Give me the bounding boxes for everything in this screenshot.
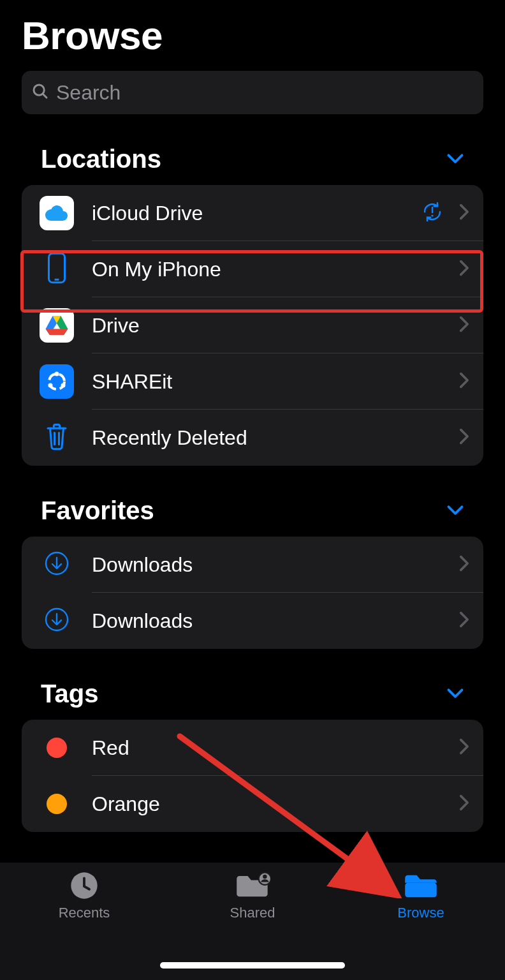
iphone-icon [46, 252, 68, 286]
chevron-right-icon [459, 794, 469, 813]
folder-icon [403, 870, 439, 901]
sync-status-icon [421, 200, 444, 226]
tags-group: Red Orange [22, 720, 483, 832]
search-placeholder: Search [56, 81, 121, 105]
location-shareit[interactable]: SHAREit [22, 353, 483, 410]
chevron-right-icon [459, 260, 469, 279]
locations-header[interactable]: Locations [22, 114, 483, 185]
download-icon [44, 607, 70, 635]
svg-point-13 [61, 383, 66, 388]
page-title: Browse [22, 13, 483, 58]
google-drive-icon [40, 308, 74, 343]
location-on-my-iphone[interactable]: On My iPhone [22, 241, 483, 297]
home-indicator[interactable] [160, 962, 345, 969]
favorites-title: Favorites [41, 496, 154, 525]
svg-line-1 [43, 94, 47, 98]
favorite-label: Downloads [74, 553, 459, 577]
shareit-icon [40, 364, 74, 399]
chevron-right-icon [459, 611, 469, 630]
chevron-down-icon [446, 151, 464, 168]
search-icon [31, 82, 50, 103]
favorites-group: Downloads Downloads [22, 537, 483, 649]
favorite-downloads-2[interactable]: Downloads [22, 593, 483, 649]
tags-header[interactable]: Tags [22, 649, 483, 720]
chevron-right-icon [459, 555, 469, 574]
svg-point-14 [48, 383, 53, 388]
chevron-right-icon [459, 316, 469, 335]
svg-point-3 [431, 214, 433, 216]
location-recently-deleted[interactable]: Recently Deleted [22, 410, 483, 466]
tag-color-icon [47, 738, 67, 758]
tab-browse[interactable]: Browse [357, 870, 485, 980]
svg-point-24 [259, 873, 270, 885]
tags-title: Tags [41, 679, 98, 708]
tag-red[interactable]: Red [22, 720, 483, 776]
download-icon [44, 551, 70, 579]
chevron-right-icon [459, 738, 469, 757]
location-label: iCloud Drive [74, 202, 421, 225]
location-drive[interactable]: Drive [22, 297, 483, 353]
chevron-right-icon [459, 372, 469, 391]
location-label: On My iPhone [74, 258, 459, 281]
chevron-right-icon [459, 428, 469, 447]
favorite-label: Downloads [74, 609, 459, 633]
locations-group: iCloud Drive On My iPhone [22, 185, 483, 466]
favorite-downloads-1[interactable]: Downloads [22, 537, 483, 593]
tab-label: Shared [230, 905, 275, 921]
location-label: Drive [74, 314, 459, 338]
tab-label: Recents [59, 905, 110, 921]
tag-color-icon [47, 794, 67, 814]
tag-label: Red [74, 736, 459, 760]
tag-label: Orange [74, 792, 459, 816]
trash-icon [45, 422, 69, 453]
clock-icon [66, 870, 102, 901]
chevron-down-icon [446, 503, 464, 519]
tab-recents[interactable]: Recents [20, 870, 148, 980]
location-label: Recently Deleted [74, 426, 459, 450]
tab-bar: Recents Shared Browse [0, 863, 505, 980]
svg-rect-26 [405, 883, 437, 898]
tab-label: Browse [397, 905, 444, 921]
tag-orange[interactable]: Orange [22, 776, 483, 832]
location-icloud-drive[interactable]: iCloud Drive [22, 185, 483, 241]
search-input[interactable]: Search [22, 71, 483, 114]
locations-title: Locations [41, 145, 161, 174]
favorites-header[interactable]: Favorites [22, 466, 483, 537]
svg-rect-4 [49, 253, 65, 282]
svg-point-12 [55, 372, 59, 376]
icloud-icon [40, 196, 74, 230]
page-header: Browse [0, 0, 505, 64]
chevron-down-icon [446, 686, 464, 702]
svg-marker-10 [46, 329, 68, 336]
shared-folder-icon [235, 870, 270, 901]
svg-point-25 [263, 875, 267, 879]
chevron-right-icon [459, 204, 469, 223]
location-label: SHAREit [74, 370, 459, 394]
